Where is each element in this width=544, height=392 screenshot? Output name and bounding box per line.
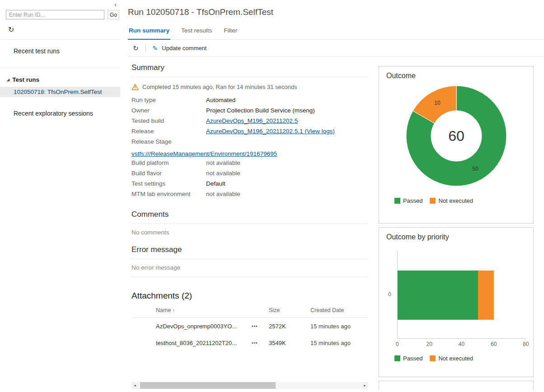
collapse-panel-icon[interactable]: ‹ <box>114 1 117 8</box>
summary-fields: Run typeAutomatedOwnerProject Collection… <box>131 97 368 201</box>
attachment-size: 2572K <box>269 323 310 330</box>
horizontal-scrollbar[interactable]: ◄ ► <box>131 382 368 389</box>
sidebar-item-recent-test-runs[interactable]: Recent test runs <box>0 40 120 62</box>
attachment-row[interactable]: testhost_8036_20211202T20...•••3549K15 m… <box>131 335 368 351</box>
attachments-table-body: AzDevOps_onpremp0003YO...•••2572K15 minu… <box>131 318 368 351</box>
legend-label: Passed <box>403 355 422 362</box>
column-header-size[interactable]: Size <box>269 307 310 313</box>
bar-segment-not-executed[interactable] <box>478 271 494 320</box>
summary-field-row: Run typeAutomated <box>131 97 368 107</box>
legend-swatch <box>394 198 400 204</box>
x-axis-tick-labels: 020406080 <box>397 339 526 347</box>
tree-expanded-icon: ◢ <box>7 78 9 82</box>
run-id-input[interactable] <box>6 10 104 19</box>
field-value: Automated <box>206 97 235 103</box>
warning-icon <box>131 84 139 90</box>
legend-swatch <box>394 355 400 361</box>
attachment-created-date: 15 minutes ago <box>310 340 368 346</box>
field-value: not available <box>206 191 240 197</box>
toolbar: ↻ ✎ Update comment <box>128 40 544 57</box>
run-status-text: Completed 15 minutes ago, Ran for 14 min… <box>142 84 297 90</box>
x-axis-tick-label: 80 <box>523 341 529 347</box>
summary-field-row: Build platformnot available <box>131 159 368 170</box>
attachments-table-header: Name ↑ Size Created Date <box>131 307 368 318</box>
field-value-link[interactable]: AzureDevOps_M196_20211202.5.1 (View logs… <box>206 128 335 135</box>
refresh-icon: ↻ <box>8 26 14 33</box>
tab-run-summary[interactable]: Run summary <box>128 27 170 40</box>
attachment-created-date: 15 minutes ago <box>310 323 368 330</box>
outcome-by-priority-card: Outcome by priority 0 020406080 PassedNo… <box>379 227 534 377</box>
test-runs-tree-header[interactable]: ◢ Test runs <box>0 76 120 83</box>
donut-total-label: 60 <box>448 128 464 144</box>
charts-column: Outcome 501060 PassedNot executed Outcom… <box>379 57 534 392</box>
content-area: Summary Completed 15 minutes ago, Ran fo… <box>120 57 544 392</box>
chart-plot-area <box>397 251 526 339</box>
run-id-search: Go <box>6 10 119 19</box>
summary-heading: Summary <box>131 60 368 77</box>
column-header-created-date[interactable]: Created Date <box>310 307 368 313</box>
sidebar: ‹ Go ↻ Recent test runs ◢ Test runs 1020… <box>0 0 120 392</box>
sidebar-refresh-button[interactable]: ↻ <box>8 25 17 34</box>
legend-swatch <box>430 198 436 204</box>
priority-bar-chart[interactable]: 0 020406080 <box>386 251 526 347</box>
scrollbar-thumb[interactable] <box>140 382 276 389</box>
summary-field-row: MTM lab environmentnot available <box>131 191 368 201</box>
run-summary-column: Summary Completed 15 minutes ago, Ran fo… <box>131 57 368 392</box>
scrollbar-track[interactable] <box>138 382 361 389</box>
error-message-empty-text: No error message <box>131 259 368 277</box>
summary-field-row: Release Stage <box>131 138 368 149</box>
tab-test-results[interactable]: Test results <box>180 27 213 39</box>
field-value: not available <box>206 159 240 166</box>
outcome-by-priority-card-title: Outcome by priority <box>386 233 526 241</box>
attachment-row[interactable]: AzDevOps_onpremp0003YO...•••2572K15 minu… <box>131 318 368 335</box>
attachment-size: 3549K <box>269 340 310 346</box>
attachment-name[interactable]: testhost_8036_20211202T20... <box>156 340 252 346</box>
outcome-donut-chart[interactable]: 501060 <box>405 84 508 187</box>
scroll-right-button[interactable]: ► <box>361 382 368 389</box>
field-label: Build platform <box>131 159 206 166</box>
field-value: Default <box>206 180 225 187</box>
summary-field-row: OwnerProject Collection Build Service (m… <box>131 107 368 117</box>
edit-pencil-icon: ✎ <box>153 45 158 52</box>
x-axis-tick-label: 0 <box>396 341 399 347</box>
tree-header-label: Test runs <box>12 76 39 83</box>
comments-empty-text: No comments <box>131 224 368 242</box>
summary-field-row: Build flavornot available <box>131 170 368 180</box>
field-label: Release Stage <box>131 138 206 145</box>
outcome-card: Outcome 501060 PassedNot executed <box>379 66 534 224</box>
field-label: Test settings <box>131 180 206 187</box>
page-title: Run 102050718 - TfsOnPrem.SelfTest <box>120 0 544 17</box>
go-button[interactable]: Go <box>108 10 119 19</box>
update-comment-button[interactable]: Update comment <box>162 45 206 51</box>
summary-field-row: ReleaseAzureDevOps_M196_20211202.5.1 (Vi… <box>131 128 368 138</box>
sort-ascending-icon: ↑ <box>173 308 175 313</box>
field-label: Release <box>131 128 206 135</box>
sidebar-item-recent-exploratory-sessions[interactable]: Recent exploratory sessions <box>0 110 120 117</box>
field-label: Tested build <box>131 117 206 124</box>
field-label: Owner <box>131 107 206 114</box>
legend-label: Not executed <box>438 355 473 362</box>
app-root: ‹ Go ↻ Recent test runs ◢ Test runs 1020… <box>0 0 544 392</box>
bar-segment-passed[interactable] <box>398 271 478 320</box>
toolbar-divider <box>145 45 146 52</box>
attachment-name[interactable]: AzDevOps_onpremp0003YO... <box>156 323 252 330</box>
more-options-button[interactable]: ••• <box>252 341 269 345</box>
x-axis-tick-label: 20 <box>427 341 432 347</box>
comments-heading: Comments <box>131 206 368 224</box>
refresh-button[interactable]: ↻ <box>133 44 139 52</box>
field-value-link[interactable]: AzureDevOps_M196_20211202.5 <box>206 117 298 124</box>
field-value: not available <box>206 170 240 177</box>
scroll-left-button[interactable]: ◄ <box>131 382 138 389</box>
donut-slice-value-label: 50 <box>472 166 478 172</box>
legend-swatch <box>430 355 436 361</box>
priority-legend: PassedNot executed <box>394 355 526 362</box>
tree-item-selected-run[interactable]: 102050718: TfsOnPrem.SelfTest <box>0 87 120 97</box>
more-options-button[interactable]: ••• <box>252 324 269 329</box>
column-header-name[interactable]: Name ↑ <box>156 307 252 313</box>
field-value: Project Collection Build Service (mseng) <box>206 107 315 114</box>
tab-bar: Run summary Test results Filter <box>128 27 544 40</box>
tab-filter[interactable]: Filter <box>223 27 238 39</box>
legend-item-not-executed: Not executed <box>430 355 473 362</box>
outcome-card-title: Outcome <box>386 72 526 80</box>
field-value-link[interactable]: vstfs:///ReleaseManagement/Environment/1… <box>131 149 368 159</box>
